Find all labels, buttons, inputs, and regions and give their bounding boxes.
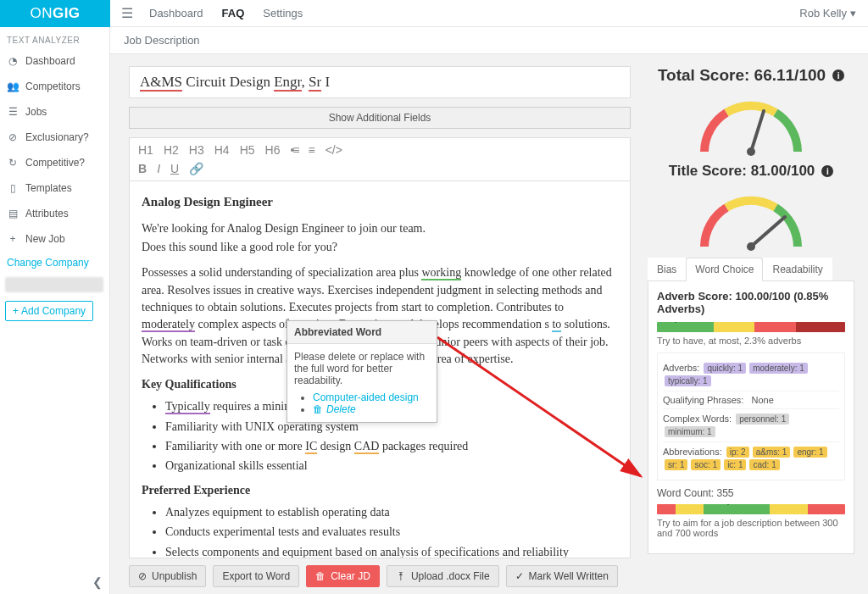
upload-docx-button[interactable]: ⭱Upload .docx File <box>387 565 499 587</box>
company-row[interactable] <box>0 274 109 296</box>
underline-button[interactable]: U <box>170 162 179 175</box>
grid-icon: ▤ <box>7 208 19 219</box>
abbrev-popover: Abbreviated Word Please delete or replac… <box>287 320 437 423</box>
chip[interactable]: minimum: 1 <box>665 426 715 437</box>
nav-settings[interactable]: Settings <box>263 7 303 19</box>
sidebar-item-new-job[interactable]: +New Job <box>0 226 109 252</box>
tab-bias[interactable]: Bias <box>648 258 686 280</box>
title-score-gauge <box>648 183 854 253</box>
sidebar-item-templates[interactable]: ▯Templates <box>0 175 109 201</box>
qualifying-value: None <box>752 395 774 405</box>
chip[interactable]: ic: 1 <box>724 459 746 470</box>
word-ic[interactable]: IC <box>305 440 317 454</box>
sidebar-item-competitors[interactable]: 👥Competitors <box>0 74 109 99</box>
word-count-hint: Try to aim for a job description between… <box>657 518 845 538</box>
popover-delete-link[interactable]: Delete <box>326 403 356 415</box>
btn-label: Mark Well Written <box>529 570 609 582</box>
add-company-button[interactable]: +Add Company <box>5 301 93 321</box>
nav-faq[interactable]: FAQ <box>222 7 245 19</box>
chip[interactable]: cad: 1 <box>749 459 779 470</box>
role-title: Analog Design Engineer <box>142 193 618 212</box>
italic-button[interactable]: I <box>157 162 160 175</box>
hamburger-icon[interactable]: ☰ <box>110 5 144 21</box>
user-menu[interactable]: Rob Kelly ▾ <box>799 7 856 19</box>
refresh-icon: ↻ <box>7 157 19 169</box>
popover-suggestion-link[interactable]: Computer-aided design <box>313 391 419 403</box>
code-icon[interactable]: </> <box>326 143 342 157</box>
chip[interactable]: moderately: 1 <box>749 363 808 374</box>
chip[interactable]: a&ms: 1 <box>753 447 791 458</box>
title-input[interactable]: A&MS Circuit Design Engr, Sr I <box>129 66 631 98</box>
sidebar-item-jobs[interactable]: ☰Jobs <box>0 99 109 125</box>
sidebar-collapse-icon[interactable]: ❮ <box>92 575 103 589</box>
svg-line-0 <box>751 111 764 152</box>
h3-button[interactable]: H3 <box>189 143 204 157</box>
btn-label: Clear JD <box>331 570 370 582</box>
doc-text: packages required <box>379 440 468 452</box>
info-icon[interactable]: i <box>821 165 833 177</box>
list-icon: ☰ <box>7 106 19 118</box>
nav-dashboard[interactable]: Dashboard <box>149 7 203 19</box>
tab-readability[interactable]: Readability <box>763 258 832 280</box>
chip[interactable]: quickly: 1 <box>704 363 746 374</box>
score-panel: Total Score: 66.11/100 i Title Score: 81… <box>641 54 868 594</box>
title-word-engr: Engr <box>274 74 301 92</box>
h2-button[interactable]: H2 <box>164 143 179 157</box>
popover-body: Please delete or replace with the full w… <box>294 351 430 386</box>
chip[interactable]: soc: 1 <box>691 459 721 470</box>
meter-needle <box>670 322 682 323</box>
eye-off-icon: ⊘ <box>138 570 147 582</box>
brand-gig: GIG <box>53 5 81 22</box>
sidebar-item-label: Competitive? <box>25 157 85 169</box>
tab-word-choice[interactable]: Word Choice <box>686 258 763 281</box>
word-typically[interactable]: Typically <box>165 400 210 414</box>
h1-button[interactable]: H1 <box>138 143 153 157</box>
sidebar-item-dashboard[interactable]: ◔Dashboard <box>0 48 109 74</box>
link-button[interactable]: 🔗 <box>189 162 203 175</box>
word-to[interactable]: to <box>552 318 561 332</box>
users-icon: 👥 <box>7 80 19 92</box>
list-item: Conducts experimental tests and evaluate… <box>165 524 618 541</box>
chip[interactable]: typically: 1 <box>665 375 711 386</box>
chip[interactable]: personnel: 1 <box>736 414 789 425</box>
doc-text: requires a <box>210 400 263 413</box>
unpublish-button[interactable]: ⊘Unpublish <box>129 565 206 587</box>
word-count-meter <box>657 504 845 514</box>
chip[interactable]: sr: 1 <box>665 459 687 470</box>
h5-button[interactable]: H5 <box>240 143 255 157</box>
adverb-meter <box>657 322 845 332</box>
list-item: Analyzes equipment to establish operatin… <box>165 504 618 521</box>
show-additional-fields-button[interactable]: Show Additional Fields <box>129 107 631 129</box>
qualifying-label: Qualifying Phrases: <box>663 395 743 405</box>
word-details-box: Adverbs: quickly: 1moderately: 1typicall… <box>657 353 845 480</box>
info-icon[interactable]: i <box>832 69 844 81</box>
sidebar-item-label: Competitors <box>25 80 81 92</box>
title-score-title: Title Score: 81.00/100 i <box>648 163 854 180</box>
bullet-list-icon[interactable]: •≡ <box>290 143 298 157</box>
sidebar-item-exclusionary[interactable]: ⊘Exclusionary? <box>0 125 109 150</box>
adverb-score-title: Adverb Score: 100.00/100 (0.85% Adverbs) <box>657 290 845 315</box>
sidebar-item-competitive[interactable]: ↻Competitive? <box>0 150 109 175</box>
mark-well-written-button[interactable]: ✓Mark Well Written <box>506 565 618 587</box>
chip[interactable]: engr: 1 <box>793 447 826 458</box>
qualifying-row: Qualifying Phrases: None <box>663 391 839 409</box>
clear-jd-button[interactable]: 🗑Clear JD <box>306 565 380 587</box>
word-cad[interactable]: CAD <box>354 440 380 454</box>
export-word-button[interactable]: Export to Word <box>213 565 299 587</box>
sidebar: TEXT ANALYZER ◔Dashboard 👥Competitors ☰J… <box>0 27 110 594</box>
word-working[interactable]: working <box>421 266 461 280</box>
h6-button[interactable]: H6 <box>265 143 281 157</box>
plus-icon: + <box>7 233 19 245</box>
ordered-list-icon[interactable]: ≡ <box>309 143 315 157</box>
intro-line-1: We're looking for Analog Design Engineer… <box>142 220 618 237</box>
h4-button[interactable]: H4 <box>214 143 230 157</box>
word-moderately[interactable]: moderately <box>142 318 195 332</box>
change-company-link[interactable]: Change Company <box>0 252 109 274</box>
company-thumb <box>5 277 103 292</box>
chip[interactable]: ip: 2 <box>726 447 749 458</box>
brand-on: ON <box>30 5 53 22</box>
bold-button[interactable]: B <box>138 162 147 175</box>
sidebar-item-attributes[interactable]: ▤Attributes <box>0 201 109 226</box>
word-count-label: Word Count: 355 <box>657 487 845 499</box>
adverb-hint: Try to have, at most, 2.3% adverbs <box>657 336 845 346</box>
